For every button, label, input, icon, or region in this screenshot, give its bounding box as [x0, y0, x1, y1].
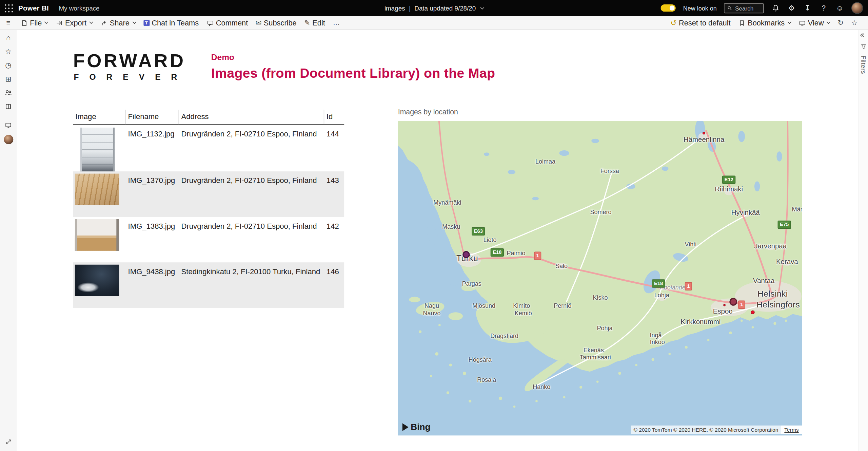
people-icon — [4, 89, 12, 97]
download-icon: ↧ — [805, 4, 811, 12]
nav-workspace-avatar[interactable] — [0, 133, 17, 146]
map-label: Pohja — [597, 324, 612, 331]
subscribe-button[interactable]: ✉ Subscribe — [252, 16, 300, 30]
chevron-down-icon[interactable] — [480, 5, 484, 10]
feedback-button[interactable]: ☺ — [835, 0, 844, 16]
table-row[interactable]: IMG_1370.jpg Druvgränden 2, FI-02710 Esp… — [73, 171, 344, 217]
chevron-down-icon — [827, 20, 831, 24]
nav-recent[interactable]: ◷ — [0, 58, 17, 72]
download-button[interactable]: ↧ — [803, 0, 812, 16]
cell-id: 146 — [324, 262, 344, 308]
file-menu[interactable]: File — [17, 16, 52, 30]
column-header-address[interactable]: Address — [179, 110, 324, 125]
map-marker[interactable] — [729, 298, 737, 306]
map-marker[interactable] — [462, 251, 470, 258]
table-row[interactable]: IMG_1132.jpg Druvgränden 2, FI-02710 Esp… — [73, 125, 344, 171]
image-cell — [73, 125, 126, 171]
filters-pane-collapsed[interactable]: Filters — [859, 30, 868, 451]
table-rows: IMG_1132.jpg Druvgränden 2, FI-02710 Esp… — [73, 125, 344, 308]
search-input[interactable] — [735, 5, 761, 12]
chat-in-teams-button[interactable]: T Chat in Teams — [139, 16, 202, 30]
column-header-filename[interactable]: Filename — [126, 110, 179, 125]
expand-nav-button[interactable] — [0, 435, 17, 448]
view-menu[interactable]: View — [795, 16, 834, 30]
reset-to-default-button[interactable]: ↺ Reset to default — [667, 16, 734, 30]
nav-menu-button[interactable]: ≡ — [0, 16, 17, 30]
nav-shared-with-me[interactable] — [0, 86, 17, 99]
bing-logo[interactable]: Bing — [402, 422, 431, 432]
map-label: Nauvo — [423, 309, 440, 316]
map-label: Järvenpää — [754, 242, 787, 250]
expand-filters-icon[interactable] — [862, 34, 865, 37]
star-icon: ☆ — [851, 19, 857, 26]
bookmarks-label: Bookmarks — [748, 19, 785, 27]
notifications-button[interactable] — [771, 0, 780, 16]
report-kicker: Demo — [211, 52, 234, 62]
images-table-visual[interactable]: Image Filename Address Id IMG_1132.jpg D… — [73, 110, 344, 308]
app-launcher-button[interactable] — [0, 0, 17, 16]
cell-address: Druvgränden 2, FI-02710 Espoo, Finland — [179, 217, 324, 262]
map-marker[interactable] — [723, 304, 726, 306]
map-label: Forssa — [600, 168, 619, 174]
favorite-button[interactable]: ☆ — [847, 16, 861, 30]
map-label: Lieto — [484, 236, 497, 243]
home-icon: ⌂ — [6, 33, 11, 41]
nav-workspaces[interactable] — [0, 100, 17, 113]
monitor-icon — [4, 121, 12, 129]
comment-button[interactable]: Comment — [203, 16, 252, 30]
nav-apps[interactable]: ⊞ — [0, 72, 17, 86]
map-label: Vantaa — [753, 277, 774, 285]
settings-button[interactable]: ⚙ — [787, 0, 796, 16]
help-button[interactable]: ? — [819, 0, 828, 16]
data-updated-label[interactable]: Data updated 9/28/20 — [414, 5, 476, 12]
terms-link[interactable]: Terms — [781, 426, 802, 434]
export-icon — [56, 19, 63, 26]
column-header-image[interactable]: Image — [73, 110, 126, 125]
column-header-id[interactable]: Id — [324, 110, 344, 125]
map-label: Lohja — [654, 292, 669, 299]
left-nav-rail: ⌂ ☆ ◷ ⊞ — [0, 30, 17, 451]
title-divider: | — [409, 5, 411, 12]
more-options-button[interactable]: … — [329, 16, 343, 30]
bookmarks-menu[interactable]: Bookmarks — [734, 16, 795, 30]
map-marker[interactable] — [703, 132, 705, 134]
table-row[interactable]: IMG_9438.jpg Stedingkinkatu 2, FI-20100 … — [73, 262, 344, 308]
edit-button[interactable]: ✎ Edit — [300, 16, 329, 30]
road-badge: E12 — [722, 176, 735, 184]
nav-my-workspace[interactable] — [0, 119, 17, 132]
gear-icon: ⚙ — [788, 4, 795, 12]
map-visual[interactable]: HämeenlinnaLoimaaForssaRiihimäkiMynämäki… — [398, 121, 802, 435]
map-marker[interactable] — [751, 311, 754, 314]
book-icon — [4, 102, 12, 110]
road-badge: E63 — [472, 227, 485, 236]
cell-id: 142 — [324, 217, 344, 262]
chat-in-teams-label: Chat in Teams — [152, 19, 199, 27]
nav-home[interactable]: ⌂ — [0, 31, 17, 44]
reset-icon: ↺ — [671, 19, 677, 26]
chevron-down-icon — [89, 20, 93, 24]
refresh-button[interactable]: ↻ — [834, 16, 847, 30]
cell-id: 143 — [324, 171, 344, 217]
share-button[interactable]: Share — [96, 16, 139, 30]
new-look-toggle[interactable] — [661, 4, 676, 12]
bing-wordmark: Bing — [411, 422, 430, 432]
search-box[interactable] — [724, 3, 764, 13]
map-visual-title: Images by location — [398, 108, 458, 116]
cell-filename: IMG_9438.jpg — [126, 262, 179, 308]
table-row[interactable]: IMG_1383.jpg Druvgränden 2, FI-02710 Esp… — [73, 217, 344, 262]
report-name[interactable]: images — [384, 5, 405, 12]
app-title: Power BI — [18, 4, 49, 12]
workspace-breadcrumb[interactable]: My workspace — [59, 5, 99, 12]
map-label: Mäntsälä — [792, 206, 802, 212]
nav-favorites[interactable]: ☆ — [0, 44, 17, 58]
image-cell — [73, 262, 126, 308]
report-canvas: FORWARD FOREVER Demo Images (from Docume… — [17, 30, 859, 451]
report-action-bar: ≡ File Export Share T Chat in Teams Comm… — [0, 16, 868, 30]
map-label: Helsinki — [757, 289, 788, 298]
map-label: Rosala — [477, 376, 496, 383]
user-avatar[interactable] — [851, 2, 863, 14]
map-label: Ingå — [650, 332, 662, 339]
apps-icon: ⊞ — [5, 75, 12, 83]
filter-funnel-icon — [860, 43, 867, 50]
export-menu[interactable]: Export — [52, 16, 97, 30]
